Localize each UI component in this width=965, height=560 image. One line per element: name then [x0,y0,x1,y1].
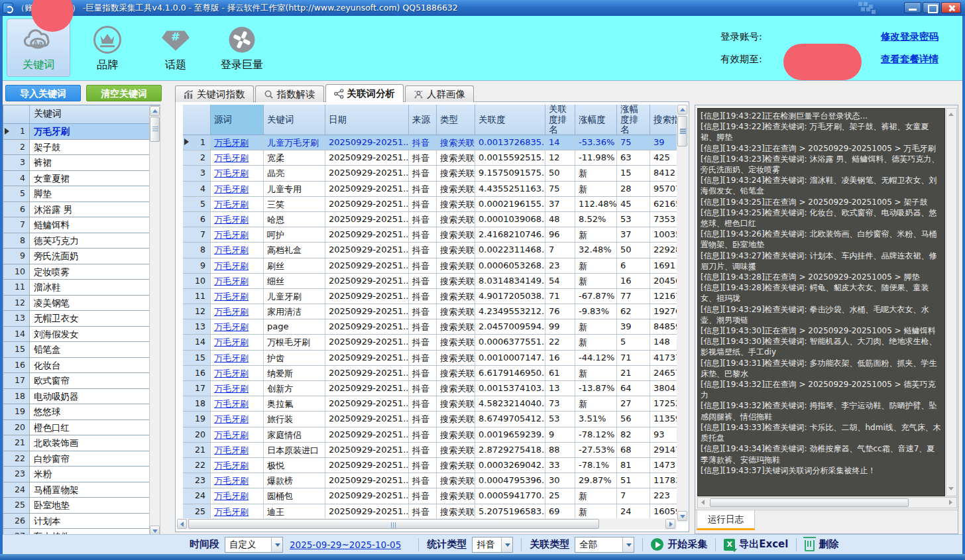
log-vertical-scrollbar[interactable] [946,108,957,496]
minimize-button[interactable] [904,2,921,13]
table-row[interactable]: 22万毛牙刷极悦20250929-20251...抖音搜索关联0.0003269… [183,458,678,473]
column-header[interactable]: 关联度 [475,105,545,135]
table-row[interactable]: 21万毛牙刷日本原装进口20250929-20251...抖音搜索关联2.872… [183,443,678,458]
source-word-link[interactable]: 万毛牙刷 [214,153,249,163]
table-row[interactable]: 16万毛牙刷纳爱斯20250929-20251...抖音搜索关联6.617914… [183,366,678,381]
source-word-link[interactable]: 万毛牙刷 [214,307,249,317]
sidebar-scrollbar[interactable] [149,105,160,536]
source-word-link[interactable]: 万毛牙刷 [214,368,249,378]
table-row[interactable]: 7万毛牙刷呵护20250929-20251...抖音搜索关联2.41682107… [183,227,678,243]
keyword-row[interactable]: 17欧式窗帘 [3,373,160,389]
table-row[interactable]: 1万毛牙刷儿童万毛牙刷20250929-20251...抖音搜索关联0.0013… [183,135,678,150]
source-word-link[interactable]: 万毛牙刷 [214,215,249,225]
keyword-row[interactable]: 6沐浴露 男 [3,202,160,218]
run-log-output[interactable]: [信息][19:43:22]正在检测巨量平台登录状态...[信息][19:43:… [697,108,945,496]
delete-button[interactable]: 删除 [805,538,838,551]
tab-audience-portrait[interactable]: 人群画像 [405,85,474,102]
table-row[interactable]: 15万毛牙刷护齿20250929-20251...抖音搜索关联0.0010007… [183,351,678,366]
keyword-row[interactable]: 25卧室地垫 [3,498,160,514]
keyword-row[interactable]: 26计划本 [3,514,160,530]
table-row[interactable]: 17万毛牙刷创新方20250929-20251...抖音搜索关联0.001537… [183,381,678,396]
column-header[interactable]: 关联度排名 [545,105,575,135]
table-row[interactable]: 23万毛牙刷爆款榜20250929-20251...抖音搜索关联0.000479… [183,473,678,488]
source-word-link[interactable]: 万毛牙刷 [214,337,249,347]
date-range-link[interactable]: 2025-09-29~2025-10-05 [290,539,401,550]
table-row[interactable]: 14万毛牙刷万根毛牙刷20250929-20251...抖音搜索关联0.0006… [183,335,678,350]
table-horizontal-scrollbar[interactable] [177,518,677,530]
column-header[interactable]: 涨幅度 [575,105,617,135]
source-word-link[interactable]: 万毛牙刷 [214,230,249,240]
start-collect-button[interactable]: 开始采集 [651,538,707,551]
table-row[interactable]: 3万毛牙刷晶亮20250929-20251...抖音搜索关联9.15750915… [183,166,678,181]
source-word-link[interactable]: 万毛牙刷 [214,399,249,409]
source-word-link[interactable]: 万毛牙刷 [214,491,249,501]
keyword-row[interactable]: 15铅笔盒 [3,342,160,358]
period-select[interactable]: 自定义 [225,537,283,553]
source-word-link[interactable]: 万毛牙刷 [214,461,249,471]
keyword-row[interactable]: 13无帽卫衣女 [3,311,160,327]
keyword-row[interactable]: 11溜冰鞋 [3,280,160,296]
table-row[interactable]: 19万毛牙刷旅行装20250929-20251...抖音搜索关联8.674970… [183,412,678,427]
relation-type-select[interactable]: 全部 [575,537,634,553]
source-word-link[interactable]: 万毛牙刷 [214,476,249,486]
source-word-link[interactable]: 万毛牙刷 [214,199,249,209]
table-row[interactable]: 20万毛牙刷家庭情侣20250929-20251...抖音搜索关联0.00196… [183,427,678,443]
toolbar-item-topic[interactable]: # 话题 [144,19,207,77]
chevron-down-icon[interactable] [501,537,512,552]
maximize-button[interactable] [923,2,940,13]
import-keywords-button[interactable]: 导入关键词 [5,85,81,101]
source-word-link[interactable]: 万毛牙刷 [214,276,249,286]
keyword-row[interactable]: 10定妆喷雾 [3,264,160,280]
source-word-link[interactable]: 万毛牙刷 [214,384,249,394]
column-header[interactable]: 来源 [409,105,437,135]
source-word-link[interactable]: 万毛牙刷 [214,261,249,271]
source-word-link[interactable]: 万毛牙刷 [214,353,249,363]
table-row[interactable]: 12万毛牙刷家用清洁20250929-20251...抖音搜索关联4.23495… [183,304,678,319]
source-word-link[interactable]: 万毛牙刷 [214,292,249,302]
keyword-row[interactable]: 23米粉 [3,467,160,482]
keyword-row[interactable]: 14刘海假发女 [3,327,160,343]
tab-keyword-index[interactable]: 关键词指数 [175,85,254,102]
chevron-down-icon[interactable] [622,537,634,552]
clear-keywords-button[interactable]: 清空关键词 [86,85,162,101]
keyword-row[interactable]: 16化妆台 [3,358,160,374]
keyword-row[interactable]: 22白纱窗帘 [3,451,160,467]
column-header[interactable]: 搜索指数 [650,105,678,135]
column-header[interactable]: 类型 [437,105,475,135]
source-word-link[interactable]: 万毛牙刷 [214,445,249,455]
table-row[interactable]: 9万毛牙刷刷丝20250929-20251...抖音搜索关联0.00060532… [183,258,678,274]
close-button[interactable] [941,2,961,13]
keyword-row[interactable]: 24马桶置物架 [3,482,160,498]
chevron-down-icon[interactable] [271,537,282,552]
source-word-link[interactable]: 万毛牙刷 [214,430,249,440]
source-word-link[interactable]: 万毛牙刷 [214,138,249,148]
table-vertical-scrollbar[interactable] [677,105,688,522]
keyword-row[interactable]: 18电动吸奶器 [3,389,160,405]
tab-related-words-analysis[interactable]: 关联词分析 [325,84,404,102]
table-row[interactable]: 5万毛牙刷三笑20250929-20251...抖音搜索关联0.00021961… [183,197,678,212]
keyword-row[interactable]: 3裤裙 [3,155,160,171]
table-row[interactable]: 18万毛牙刷奥拉氟20250929-20251...抖音搜索关联4.582321… [183,396,678,412]
column-header[interactable]: 关键词 [264,105,325,135]
table-row[interactable]: 8万毛牙刷高档礼盒20250929-20251...抖音搜索关联0.002231… [183,243,678,258]
keyword-row[interactable]: 9旁氏洗面奶 [3,249,160,264]
source-word-link[interactable]: 万毛牙刷 [214,414,249,424]
keyword-row[interactable]: 12凌美钢笔 [3,296,160,311]
keyword-row[interactable]: 1万毛牙刷 [3,124,160,140]
table-row[interactable]: 24万毛牙刷圆桶包20250929-20251...抖音搜索关联0.000594… [183,488,678,504]
table-row[interactable]: 10万毛牙刷细丝20250929-20251...抖音搜索关联8.0314834… [183,274,678,289]
source-word-link[interactable]: 万毛牙刷 [214,322,249,332]
keyword-row[interactable]: 21北欧装饰画 [3,435,160,451]
keyword-row[interactable]: 20橙色口红 [3,420,160,436]
source-word-link[interactable]: 万毛牙刷 [214,245,249,255]
column-header[interactable]: 日期 [325,105,409,135]
keyword-row[interactable]: 2架子鼓 [3,140,160,156]
table-row[interactable]: 25万毛牙刷迪王20250929-20251...抖音搜索关联5.2075196… [183,504,678,520]
toolbar-item-brand[interactable]: 品牌 [76,19,139,77]
source-word-link[interactable]: 万毛牙刷 [214,184,249,194]
table-row[interactable]: 6万毛牙刷哈恩20250929-20251...抖音搜索关联0.00010390… [183,212,678,227]
table-row[interactable]: 2万毛牙刷宽柔20250929-20251...抖音搜索关联0.00155925… [183,150,678,166]
source-word-link[interactable]: 万毛牙刷 [214,168,249,178]
keyword-row[interactable]: 19悠悠球 [3,404,160,420]
change-password-link[interactable]: 修改登录密码 [881,25,938,48]
